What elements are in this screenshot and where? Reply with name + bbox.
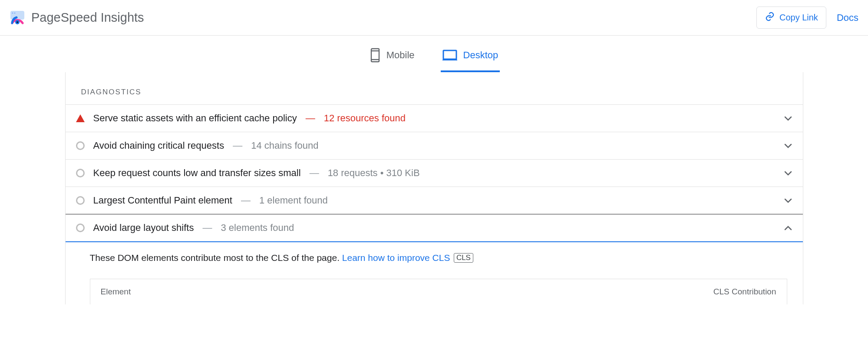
header: PageSpeed Insights Copy Link Docs xyxy=(0,0,868,36)
svg-rect-8 xyxy=(443,50,456,59)
chevron-down-icon xyxy=(784,196,792,205)
tab-desktop-label: Desktop xyxy=(463,50,498,61)
diagnostic-expanded-body: These DOM elements contribute most to th… xyxy=(66,242,803,304)
neutral-circle-icon xyxy=(76,141,85,150)
pagespeed-logo-icon xyxy=(10,10,25,26)
cls-badge: CLS xyxy=(454,253,473,263)
tab-mobile-label: Mobile xyxy=(386,50,415,61)
learn-cls-link[interactable]: Learn how to improve CLS xyxy=(342,253,450,263)
diagnostic-title: Serve static assets with an efficient ca… xyxy=(93,113,297,124)
header-left: PageSpeed Insights xyxy=(10,10,144,26)
content-frame: DIAGNOSTICS Serve static assets with an … xyxy=(65,72,803,304)
chevron-down-icon xyxy=(784,114,792,123)
diagnostic-separator: — xyxy=(310,167,319,179)
chevron-up-icon xyxy=(784,224,792,232)
diagnostic-detail: 14 chains found xyxy=(251,140,318,151)
copy-link-button[interactable]: Copy Link xyxy=(756,7,826,29)
svg-point-2 xyxy=(14,12,15,13)
cls-col-contribution: CLS Contribution xyxy=(713,287,776,297)
diagnostic-title: Avoid chaining critical requests xyxy=(93,140,224,151)
diagnostic-separator: — xyxy=(241,195,251,206)
link-icon xyxy=(765,11,775,24)
copy-link-label: Copy Link xyxy=(779,13,818,23)
chevron-down-icon xyxy=(784,141,792,150)
diagnostic-detail: 3 elements found xyxy=(221,222,294,234)
app-title: PageSpeed Insights xyxy=(31,10,144,25)
svg-rect-0 xyxy=(10,11,24,20)
diagnostic-detail: 1 element found xyxy=(259,195,328,206)
diagnostic-title: Largest Contentful Paint element xyxy=(93,195,232,206)
neutral-circle-icon xyxy=(76,169,85,177)
svg-point-1 xyxy=(12,12,13,13)
diagnostic-row[interactable]: Serve static assets with an efficient ca… xyxy=(66,104,803,132)
diagnostic-row[interactable]: Keep request counts low and transfer siz… xyxy=(66,159,803,187)
docs-link[interactable]: Docs xyxy=(837,12,858,23)
diagnostics-section-title: DIAGNOSTICS xyxy=(66,88,803,104)
diagnostic-separator: — xyxy=(306,113,315,124)
diagnostic-row[interactable]: Largest Contentful Paint element — 1 ele… xyxy=(66,187,803,214)
neutral-circle-icon xyxy=(76,224,85,232)
diagnostic-detail: 18 requests • 310 KiB xyxy=(328,167,420,179)
cls-table: Element CLS Contribution xyxy=(90,279,787,304)
diagnostic-separator: — xyxy=(202,222,212,234)
svg-marker-10 xyxy=(76,114,85,122)
tab-desktop[interactable]: Desktop xyxy=(441,43,500,72)
cls-table-header: Element CLS Contribution xyxy=(90,279,787,304)
diagnostic-separator: — xyxy=(233,140,242,151)
cls-col-element: Element xyxy=(101,287,131,297)
svg-point-4 xyxy=(17,21,18,23)
diagnostic-title: Keep request counts low and transfer siz… xyxy=(93,167,301,179)
diagnostic-row[interactable]: Avoid large layout shifts — 3 elements f… xyxy=(66,214,803,242)
diagnostic-detail: 12 resources found xyxy=(324,113,406,124)
cls-description: These DOM elements contribute most to th… xyxy=(90,253,342,263)
tab-mobile[interactable]: Mobile xyxy=(368,43,416,72)
device-tabs: Mobile Desktop xyxy=(0,36,868,72)
diagnostic-row[interactable]: Avoid chaining critical requests — 14 ch… xyxy=(66,132,803,159)
chevron-down-icon xyxy=(784,169,792,177)
header-right: Copy Link Docs xyxy=(756,7,858,29)
diagnostic-title: Avoid large layout shifts xyxy=(93,222,194,234)
neutral-circle-icon xyxy=(76,196,85,205)
mobile-icon xyxy=(370,48,380,63)
desktop-icon xyxy=(442,50,457,61)
fail-triangle-icon xyxy=(76,114,85,123)
